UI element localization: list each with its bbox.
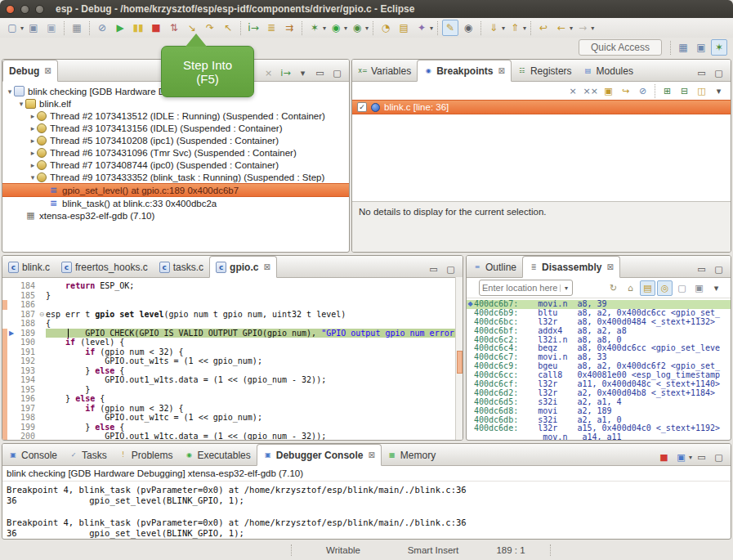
next-annotation-icon[interactable]: ⇓ [485,20,502,36]
open-perspective-icon[interactable]: ▦ [675,39,691,56]
quick-access-button[interactable]: Quick Access [579,39,662,56]
right-tab-registers[interactable]: ☷Registers [512,60,578,81]
run-dropdown-icon[interactable]: ▾ [344,25,347,32]
code-line[interactable]: 184 return ESP_OK; [2,281,463,291]
line-number[interactable]: 196 [16,394,38,403]
code-line[interactable]: 198 GPIO.out_w1tc = (1 << gpio_num); [2,413,463,423]
code-line[interactable]: 191 if (gpio_num < 32) { [2,347,463,357]
close-tab-icon[interactable]: ⊠ [606,262,613,271]
debug-tab-debug[interactable]: Debug⊠ [2,60,58,82]
maximize-icon[interactable]: ▢ [711,65,726,81]
console-tab-debugger-console[interactable]: ▣Debugger Console⊠ [257,444,382,466]
location-input[interactable] [480,283,560,293]
editor-tab-tasks-c[interactable]: ctasks.c [154,257,209,277]
previous-annotation-dropdown-icon[interactable]: ▾ [523,25,526,32]
refresh-icon[interactable]: ↻ [606,280,621,296]
back-dropdown-icon[interactable]: ▾ [570,25,573,32]
forward-dropdown-icon[interactable]: ▾ [591,25,594,32]
debug-tree-row[interactable]: ▸Thread #2 1073413512 (IDLE : Running) (… [2,110,349,122]
console-tab-problems[interactable]: !Problems [113,445,179,465]
code-line[interactable]: ▶189 GPIO_CHECK(GPIO_IS_VALID_OUTPUT_GPI… [2,329,463,338]
debug-tree-row[interactable]: ▦xtensa-esp32-elf-gdb (7.10) [2,209,349,222]
debug-tree-row[interactable]: ▸Thread #7 1073408744 (ipc0) (Suspended … [2,159,349,171]
line-number[interactable]: 199 [16,423,38,432]
location-combo[interactable]: ▾ [479,280,573,296]
editor-tab-freertos-hooks-c[interactable]: cfreertos_hooks.c [56,257,154,277]
debug-tree-row[interactable]: ▸Thread #6 1073431096 (Tmr Svc) (Suspend… [2,146,349,159]
code-line[interactable]: 187⊖esp_err_t gpio_set_level(gpio_num_t … [2,310,463,320]
location-dropdown-icon[interactable]: ▾ [560,284,572,292]
right-tab-variables[interactable]: x=Variables [352,60,417,81]
console-tab-tasks[interactable]: ✓Tasks [63,445,113,465]
skip-all-icon[interactable]: ⊘ [635,83,650,99]
maximize-icon[interactable]: ▢ [329,65,345,81]
build-binary-icon[interactable]: ▦ [69,20,85,36]
remove-breakpoint-icon[interactable]: × [565,83,581,99]
display-selected-console-dropdown-icon[interactable]: ▾ [689,454,692,461]
breakpoint-row[interactable]: ✓ blink.c [line: 36] [352,100,731,114]
show-debug-columns-icon[interactable]: ≣ [263,20,279,36]
terminate-icon[interactable]: ■ [148,20,164,36]
disassembly-line[interactable]: 400dc6d8: movi a2, 189 [467,407,731,416]
code-line[interactable]: 192 GPIO.out_w1ts = (1 << gpio_num); [2,356,463,366]
line-number[interactable]: 198 [16,413,38,422]
console-tab-console[interactable]: ▣Console [2,445,63,465]
debug-launch-tree[interactable]: ▾blink checking [GDB Hardware Debugging]… [2,82,349,222]
pin-view-icon[interactable]: ▣ [691,280,707,296]
console-tab-memory[interactable]: ▦Memory [382,445,441,465]
tree-expander-icon[interactable]: ▸ [29,112,37,120]
next-annotation-dropdown-icon[interactable]: ▾ [502,25,505,32]
code-line[interactable]: 185} [2,291,463,301]
disasm-tab-disassembly[interactable]: ≣Disassembly⊠ [522,256,620,278]
console-output[interactable]: Breakpoint 4, blink_task (pvParameter=0x… [2,482,731,540]
line-number[interactable]: 191 [16,347,38,356]
instruction-stepping-toggle-icon[interactable]: i→ [278,65,293,81]
right-tab-breakpoints[interactable]: ◉Breakpoints⊠ [417,60,512,82]
debug-tree-row[interactable]: ▸Thread #3 1073413156 (IDLE) (Suspended … [2,122,349,134]
back-icon[interactable]: ← [553,20,570,36]
close-tab-icon[interactable]: ⊠ [44,66,51,75]
code-line[interactable]: 194 GPIO.out1_w1ts.data = (1 << (gpio_nu… [2,375,463,385]
disasm-tab-outline[interactable]: ≡Outline [467,257,522,277]
line-number[interactable]: 193 [16,366,38,375]
previous-annotation-icon[interactable]: ⇑ [507,20,523,36]
remove-all-breakpoints-icon[interactable]: ×× [583,83,599,99]
tree-expander-icon[interactable]: ▾ [17,100,25,108]
debug-tree-row[interactable]: ▾blink.elf [2,97,349,110]
terminate-console-icon[interactable]: ■ [656,450,672,465]
last-edit-location-icon[interactable]: ↩ [535,20,552,36]
open-new-view-icon[interactable]: ▢ [674,280,690,296]
link-with-debug-icon[interactable]: ▤ [640,280,655,296]
instruction-stepping-icon[interactable]: i→ [245,20,261,36]
line-number[interactable]: 184 [16,281,38,290]
minimize-icon[interactable]: ▭ [694,65,709,81]
mark-occurrences-icon[interactable]: ✎ [442,20,458,36]
window-close-button[interactable] [6,5,15,14]
save-icon[interactable]: ▣ [25,20,42,36]
save-all-icon[interactable]: ▣ [43,20,60,36]
display-selected-console-icon[interactable]: ▣ [673,450,689,465]
tree-expander-icon[interactable]: ▾ [6,87,14,96]
close-tab-icon[interactable]: ⊠ [263,262,270,271]
line-number[interactable]: 186 [16,300,38,309]
disassembly-line[interactable]: 400dc6bf: addx4 a8, a2, a8 [467,327,731,336]
resume-icon[interactable]: ▶ [112,20,128,36]
step-return-icon[interactable]: ↖ [220,20,236,36]
home-icon[interactable]: ⌂ [623,280,638,296]
debug-tree-row-selected[interactable]: ≡gpio_set_level() at gpio.c:189 0x400dc6… [2,183,349,197]
show-breakpoints-supported-icon[interactable]: ▣ [601,83,616,99]
disassembly-listing[interactable]: ◆400dc6b7: movi.n a8, 39400dc6b9: bltu a… [467,298,731,441]
code-line[interactable]: 188{ [2,319,463,329]
debug-icon[interactable]: ✶ [306,20,323,36]
external-tools-icon[interactable]: ◉ [349,20,365,36]
forward-icon[interactable]: → [574,20,591,36]
debug-tree-row[interactable]: ≡blink_task() at blink.c:33 0x400dbc2a [2,197,349,209]
line-number[interactable]: 190 [16,338,38,347]
line-number[interactable]: 189 [16,329,38,338]
tree-expander-icon[interactable]: ▸ [29,137,37,145]
line-number[interactable]: 187 [16,310,38,319]
code-line[interactable]: 199 } else { [2,423,463,432]
tree-expander-icon[interactable]: ▸ [29,149,37,157]
trace-control-icon[interactable]: ⇉ [281,20,297,36]
line-number[interactable]: 200 [16,432,38,441]
